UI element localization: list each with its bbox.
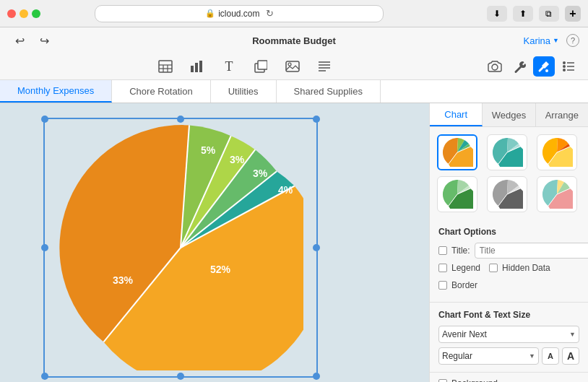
- minimize-dot[interactable]: [20, 9, 28, 18]
- decrease-font-button[interactable]: A: [542, 347, 559, 365]
- shape-tool-button[interactable]: [250, 56, 272, 77]
- chevron-down-icon: ▼: [569, 331, 576, 338]
- legend-checkbox[interactable]: [438, 264, 447, 272]
- redo-button[interactable]: ↪: [33, 30, 55, 51]
- tabs-row: Monthly Expenses Chore Rotation Utilitie…: [0, 80, 588, 103]
- pie-label-3a: 3%: [230, 154, 245, 165]
- tab-monthly-expenses[interactable]: Monthly Expenses: [0, 80, 112, 103]
- chart-style-colorful[interactable]: [437, 134, 477, 170]
- background-row: Background: [430, 373, 588, 382]
- svg-rect-5: [191, 66, 194, 72]
- browser-dots: [7, 9, 40, 18]
- app-title-row: ↩ ↪ Roommate Budget Karina ▼ ?: [9, 30, 579, 53]
- share-button[interactable]: ⬆: [513, 6, 533, 22]
- title-option-row: Title:: [438, 243, 579, 259]
- chart-style-teal[interactable]: [487, 134, 527, 170]
- font-size-row: Regular ▼ A A: [438, 347, 579, 365]
- right-panel: Chart Wedges Arrange: [429, 103, 588, 382]
- svg-rect-6: [195, 63, 198, 72]
- new-tab-button[interactable]: +: [565, 6, 581, 22]
- url-text: icloud.com: [218, 9, 259, 19]
- font-name-label: Avenir Next: [442, 329, 487, 339]
- chart-style-green[interactable]: [437, 176, 477, 212]
- tab-chore-rotation[interactable]: Chore Rotation: [112, 80, 210, 103]
- hidden-data-label: Hidden Data: [502, 263, 550, 273]
- pie-chart[interactable]: 52% 33% 5% 3% 3% 4%: [43, 118, 318, 378]
- chart-options-title: Chart Options: [438, 227, 579, 237]
- title-checkbox[interactable]: [438, 246, 447, 255]
- font-section: Chart Font & Text Size Avenir Next ▼ Reg…: [430, 303, 588, 373]
- text2-tool-button[interactable]: [314, 56, 335, 77]
- legend-label: Legend: [451, 263, 480, 273]
- background-label: Background: [451, 378, 498, 382]
- table-tool-button[interactable]: [155, 56, 176, 77]
- chart-style-grayscale[interactable]: [487, 176, 527, 212]
- lock-icon: 🔒: [205, 9, 215, 18]
- toolbar-center: T: [9, 56, 481, 77]
- browser-right: ⬇ ⬆ ⧉ +: [487, 6, 581, 22]
- url-bar[interactable]: 🔒 icloud.com ↻: [95, 5, 384, 22]
- help-button[interactable]: ?: [566, 34, 579, 47]
- svg-point-20: [563, 65, 566, 68]
- panel-tab-arrange[interactable]: Arrange: [536, 103, 588, 126]
- border-label: Border: [451, 280, 477, 290]
- tab-shared-supplies[interactable]: Shared Supplies: [277, 80, 381, 103]
- svg-rect-7: [199, 61, 202, 72]
- canvas-area: 52% 33% 5% 3% 3% 4%: [0, 103, 429, 382]
- chevron-down-icon: ▼: [553, 37, 559, 44]
- panel-tab-wedges[interactable]: Wedges: [483, 103, 535, 126]
- browser-chrome: 🔒 icloud.com ↻ ⬇ ⬆ ⧉ +: [0, 0, 588, 27]
- toolbar-right: [484, 56, 579, 77]
- maximize-dot[interactable]: [32, 9, 40, 18]
- undo-button[interactable]: ↩: [9, 30, 30, 51]
- svg-point-18: [563, 61, 566, 64]
- chart-style-yellow[interactable]: [537, 134, 577, 170]
- chevron-down-icon-2: ▼: [529, 352, 535, 360]
- pie-label-4: 4%: [278, 184, 293, 196]
- close-dot[interactable]: [7, 9, 16, 18]
- panel-tabs: Chart Wedges Arrange: [430, 103, 588, 127]
- svg-rect-9: [258, 61, 267, 69]
- font-section-title: Chart Font & Text Size: [438, 310, 579, 320]
- image-tool-button[interactable]: [282, 56, 303, 77]
- border-checkbox[interactable]: [438, 281, 447, 290]
- border-option-row: Border: [438, 280, 579, 290]
- svg-point-11: [288, 63, 291, 66]
- chart-thumbnails: [430, 127, 588, 220]
- format-tool-button[interactable]: [558, 56, 579, 77]
- pie-label-52: 52%: [210, 264, 231, 275]
- hidden-data-option-row: Hidden Data: [489, 263, 550, 273]
- panel-tab-chart[interactable]: Chart: [430, 103, 483, 126]
- paint-tool-button[interactable]: [533, 56, 555, 77]
- title-input[interactable]: [475, 243, 588, 259]
- user-menu[interactable]: Karina ▼: [523, 35, 559, 46]
- font-style-label: Regular: [442, 351, 472, 361]
- chart-tool-button[interactable]: [186, 56, 208, 77]
- camera-tool-button[interactable]: [484, 56, 506, 77]
- app-header: ↩ ↪ Roommate Budget Karina ▼ ? T: [0, 27, 588, 80]
- increase-font-button[interactable]: A: [562, 347, 579, 365]
- tab-utilities[interactable]: Utilities: [211, 80, 277, 103]
- svg-point-16: [492, 64, 498, 70]
- pie-label-3b: 3%: [253, 168, 268, 179]
- title-label: Title:: [451, 246, 470, 256]
- background-checkbox[interactable]: [438, 379, 447, 382]
- font-name-select[interactable]: Avenir Next ▼: [438, 326, 579, 343]
- svg-rect-10: [286, 61, 299, 71]
- chart-style-multicolor[interactable]: [537, 176, 577, 212]
- pie-label-5: 5%: [201, 144, 216, 156]
- tabs-button[interactable]: ⧉: [539, 6, 559, 22]
- font-style-select[interactable]: Regular ▼: [438, 347, 539, 365]
- main-layout: 52% 33% 5% 3% 3% 4% Chart Wedges Arrange: [0, 103, 588, 382]
- user-name: Karina: [523, 35, 550, 46]
- svg-point-17: [545, 69, 548, 72]
- pie-label-33: 33%: [113, 274, 134, 286]
- legend-option-row: Legend: [438, 263, 480, 273]
- hidden-data-checkbox[interactable]: [489, 264, 498, 272]
- font-name-row: Avenir Next ▼: [438, 326, 579, 343]
- reload-icon[interactable]: ↻: [266, 8, 274, 19]
- svg-rect-0: [159, 61, 172, 72]
- download-button[interactable]: ⬇: [487, 6, 507, 22]
- wrench-tool-button[interactable]: [509, 56, 530, 77]
- text-tool-button[interactable]: T: [218, 56, 240, 77]
